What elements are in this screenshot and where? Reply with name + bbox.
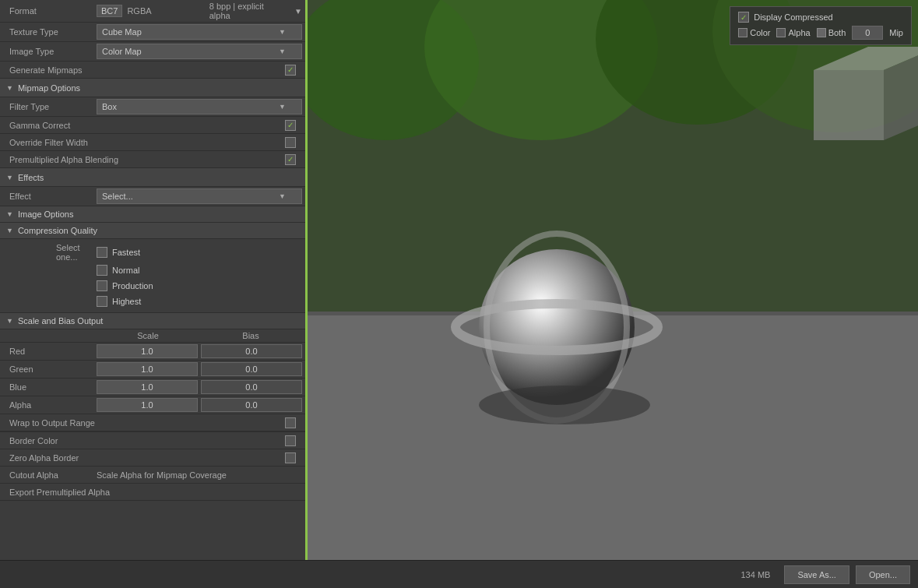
image-type-row: Image Type Color Map ▼ [0, 42, 305, 62]
image-options-arrow: ▼ [6, 210, 13, 218]
cutout-row: Cutout Alpha Scale Alpha for Mipmap Cove… [0, 467, 305, 484]
mipmap-options-arrow: ▼ [6, 84, 13, 92]
sb-red-bias[interactable]: 0.0 [201, 344, 302, 358]
border-color-row: Border Color [0, 432, 305, 449]
radio-normal-label: Normal [112, 266, 139, 275]
sb-alpha-label: Alpha [3, 400, 97, 410]
display-compressed-checkbox[interactable]: ✓ [738, 12, 749, 23]
preview-svg [308, 0, 918, 560]
bottom-bar: 134 MB Save As... Open... [0, 560, 918, 588]
generate-mipmaps-checkbox[interactable]: ✓ [285, 65, 296, 76]
zero-alpha-check[interactable] [285, 452, 296, 463]
alpha-label: Alpha [788, 28, 810, 37]
col-scale-header: Scale [97, 331, 199, 340]
color-channel: Color [738, 28, 770, 37]
radio-fastest[interactable] [97, 247, 107, 258]
scale-bias-col-headers: Scale Bias [0, 329, 305, 343]
alpha-checkbox[interactable] [776, 28, 786, 37]
wrap-checkbox[interactable] [285, 417, 296, 428]
format-label: Format [3, 6, 97, 16]
scale-bias-header[interactable]: ▼ Scale and Bias Output [0, 313, 305, 329]
sb-alpha-scale[interactable]: 1.0 [97, 398, 198, 412]
sb-row-blue: Blue 1.0 0.0 [0, 379, 305, 396]
radio-normal[interactable] [97, 265, 107, 276]
color-label: Color [750, 28, 770, 37]
sb-red-label: Red [3, 347, 97, 356]
mip-input[interactable] [852, 26, 883, 40]
texture-type-row: Texture Type Cube Map ▼ [0, 23, 305, 42]
radio-production-label: Production [112, 281, 153, 290]
sb-blue-scale[interactable]: 1.0 [97, 380, 198, 394]
save-as-button[interactable]: Save As... [784, 565, 849, 584]
sb-red-scale[interactable]: 1.0 [97, 344, 198, 358]
image-type-value: Color Map ▼ [97, 44, 302, 59]
radio-row-normal: Normal [3, 262, 302, 278]
image-type-dropdown[interactable]: Color Map ▼ [97, 44, 302, 59]
scale-bias-arrow: ▼ [6, 317, 13, 325]
color-checkbox[interactable] [738, 28, 747, 37]
filter-type-arrow: ▼ [279, 103, 286, 111]
cutout-desc: Scale Alpha for Mipmap Coverage [97, 470, 302, 480]
scale-bias-label: Scale and Bias Output [18, 316, 103, 326]
format-arrow[interactable]: ▼ [294, 7, 302, 16]
border-color-label: Border Color [3, 436, 285, 445]
zero-alpha-row: Zero Alpha Border [0, 449, 305, 467]
preview-canvas: ✓ Display Compressed Color Alpha Both [308, 0, 918, 560]
compression-quality-label: Compression Quality [18, 226, 97, 235]
svg-point-10 [479, 386, 650, 424]
override-filter-width-checkbox[interactable] [285, 137, 296, 148]
both-checkbox[interactable] [817, 28, 826, 37]
image-options-label: Image Options [18, 209, 74, 219]
wrap-label: Wrap to Output Range [3, 418, 285, 428]
texture-type-label: Texture Type [3, 27, 97, 37]
effect-label: Effect [3, 192, 97, 201]
image-options-header[interactable]: ▼ Image Options [0, 206, 305, 223]
generate-mipmaps-row: Generate Mipmaps ✓ [0, 62, 305, 79]
effect-value: Select... ▼ [97, 188, 302, 204]
gamma-correct-label: Gamma Correct [3, 121, 285, 130]
filter-type-value: Box ▼ [97, 99, 302, 114]
file-size: 134 MB [740, 570, 770, 579]
effect-row: Effect Select... ▼ [0, 187, 305, 206]
channel-row: Color Alpha Both Mip [738, 26, 903, 40]
border-color-check[interactable] [285, 435, 296, 446]
radio-row-production: Production [3, 278, 302, 294]
mipmap-options-header[interactable]: ▼ Mipmap Options [0, 79, 305, 97]
premultiplied-alpha-label: Premultiplied Alpha Blending [3, 155, 285, 164]
override-filter-width-row: Override Filter Width [0, 134, 305, 151]
sb-row-red: Red 1.0 0.0 [0, 343, 305, 361]
format-tag: BC7 [97, 5, 122, 17]
format-value: BC7 RGBA 8 bpp | explicit alpha ▼ [97, 2, 302, 20]
generate-mipmaps-label: Generate Mipmaps [3, 65, 285, 75]
premultiplied-alpha-row: Premultiplied Alpha Blending ✓ [0, 151, 305, 168]
filter-type-dropdown[interactable]: Box ▼ [97, 99, 302, 114]
sb-green-scale[interactable]: 1.0 [97, 362, 198, 376]
open-button[interactable]: Open... [856, 565, 910, 584]
texture-type-dropdown[interactable]: Cube Map ▼ [97, 24, 302, 40]
gamma-correct-checkbox[interactable]: ✓ [285, 120, 296, 131]
radio-highest[interactable] [97, 296, 107, 307]
effects-header[interactable]: ▼ Effects [0, 168, 305, 187]
effects-label: Effects [18, 173, 44, 182]
effect-dropdown[interactable]: Select... ▼ [97, 188, 302, 204]
sb-green-bias[interactable]: 0.0 [201, 362, 302, 376]
radio-row-highest: Highest [3, 294, 302, 309]
display-compressed-row: ✓ Display Compressed [738, 12, 903, 23]
sb-green-label: Green [3, 364, 97, 374]
both-label: Both [828, 28, 846, 37]
sb-alpha-bias[interactable]: 0.0 [201, 398, 302, 412]
mipmap-options-label: Mipmap Options [18, 83, 80, 93]
compression-quality-header[interactable]: ▼ Compression Quality [0, 223, 305, 239]
zero-alpha-label: Zero Alpha Border [3, 453, 285, 463]
image-type-label: Image Type [3, 47, 97, 56]
export-premultiplied-label: Export Premultiplied Alpha [3, 488, 302, 497]
radio-production[interactable] [97, 280, 107, 291]
alpha-channel: Alpha [776, 28, 810, 37]
both-channel: Both [817, 28, 846, 37]
premultiplied-alpha-checkbox[interactable]: ✓ [285, 154, 296, 165]
sb-row-green: Green 1.0 0.0 [0, 361, 305, 379]
col-bias-header: Bias [199, 331, 302, 340]
wrap-row: Wrap to Output Range [0, 414, 305, 431]
sb-blue-bias[interactable]: 0.0 [201, 380, 302, 394]
filter-type-label: Filter Type [3, 102, 97, 111]
